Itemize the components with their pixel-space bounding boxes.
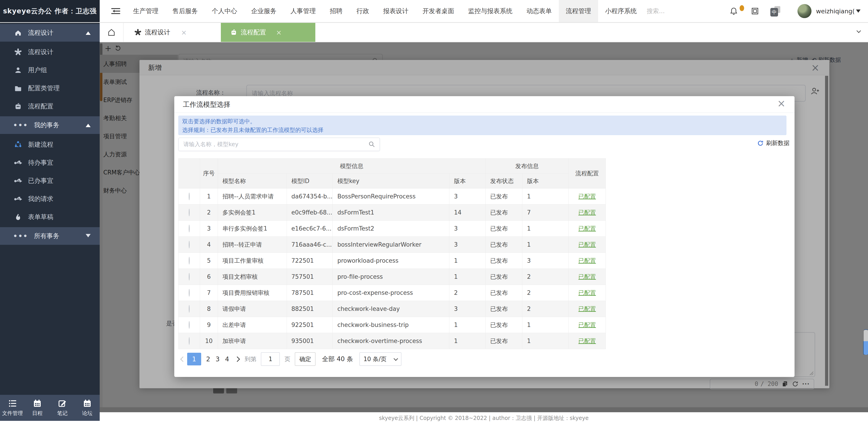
sidebar-item-done[interactable]: 已办事宜: [0, 172, 100, 190]
row-radio[interactable]: [189, 225, 190, 232]
table-row[interactable]: 7 项目费用报销审核 787501 pro-cost-expense-proce…: [179, 285, 606, 301]
table-row[interactable]: 10 加班申请 935001 checkwork-overtime-proces…: [179, 333, 606, 349]
tab-process-config[interactable]: 流程配置 ×: [221, 23, 315, 42]
row-radio[interactable]: [189, 289, 190, 296]
global-search-input[interactable]: 搜索...: [647, 0, 665, 22]
dock-item-forum[interactable]: 论坛: [75, 399, 100, 417]
configured-link[interactable]: 已配置: [578, 225, 596, 232]
row-radio[interactable]: [189, 241, 190, 248]
page-3[interactable]: 3: [216, 356, 220, 363]
goto-page-input[interactable]: [261, 352, 280, 366]
page-1[interactable]: 1: [187, 353, 201, 365]
close-tab-icon[interactable]: ×: [181, 29, 187, 36]
model-search-input[interactable]: [179, 138, 365, 150]
nav-item-admin[interactable]: 行政: [349, 0, 376, 22]
configured-link[interactable]: 已配置: [578, 209, 596, 216]
table-row[interactable]: 5 项目工作量审核 722501 proworkload-process 1 已…: [179, 253, 606, 269]
refresh-icon: [757, 140, 764, 147]
nav-item-hr[interactable]: 人事管理: [283, 0, 323, 22]
user-menu[interactable]: weizhiqiang(: [798, 0, 861, 22]
row-radio[interactable]: [189, 337, 190, 345]
row-radio[interactable]: [189, 257, 190, 264]
nav-item-recruit[interactable]: 招聘: [323, 0, 349, 22]
table-row[interactable]: 4 招聘--转正申请 716aaa46-c... bossInterviewRe…: [179, 237, 606, 253]
model-search-box[interactable]: [178, 138, 380, 151]
row-radio[interactable]: [189, 193, 190, 200]
table-row[interactable]: 9 出差申请 922501 checkwork-business-trip 1 …: [179, 317, 606, 333]
table-row[interactable]: 3 串行多实例会签1 e16ec6c7-6... dsFormTest2 3 已…: [179, 221, 606, 237]
dock-item-schedule[interactable]: 日程: [25, 399, 50, 417]
sidebar-section-all-affairs[interactable]: ••• 所有事务: [0, 227, 100, 245]
drop-icon: [14, 213, 22, 221]
nav-item-monitor[interactable]: 监控与报表系统: [461, 0, 520, 22]
cell-model-key: bossInterviewRegularWorker: [333, 237, 450, 253]
nav-item-personal[interactable]: 个人中心: [205, 0, 244, 22]
cell-seq: 2: [200, 204, 218, 221]
nav-item-process-mgmt[interactable]: 流程管理: [559, 0, 598, 22]
cell-model-id: 722501: [287, 253, 333, 269]
nav-item-dev-desktop[interactable]: 开发者桌面: [415, 0, 461, 22]
page-2[interactable]: 2: [206, 356, 210, 363]
cell-model-name: 加班申请: [218, 333, 287, 349]
nav-item-report-design[interactable]: 报表设计: [376, 0, 415, 22]
tab-process-design[interactable]: 流程设计 ×: [124, 23, 231, 42]
cell-version: 14: [450, 204, 486, 221]
app-logo: skyeye云办公 作者：卫志强: [0, 0, 100, 22]
sidebar-item-new-process[interactable]: 新建流程: [0, 136, 100, 153]
sidebar-item-form-drafts[interactable]: 表单草稿: [0, 208, 100, 226]
cell-version: 1: [450, 317, 486, 333]
sidebar-section-my-affairs[interactable]: ••• 我的事务: [0, 116, 100, 134]
search-icon[interactable]: [368, 141, 375, 147]
cell-model-id: 757501: [287, 269, 333, 285]
configured-link[interactable]: 已配置: [578, 257, 596, 264]
configured-link[interactable]: 已配置: [578, 321, 596, 328]
configured-link[interactable]: 已配置: [578, 193, 596, 200]
table-row[interactable]: 8 请假申请 882501 checkwork-leave-day 3 已发布 …: [179, 301, 606, 317]
close-icon[interactable]: ×: [777, 98, 785, 108]
table-row[interactable]: 2 多实例会签1 e0c9ffeb-68... dsFormTest1 14 已…: [179, 204, 606, 221]
configured-link[interactable]: 已配置: [578, 273, 596, 280]
row-radio[interactable]: [189, 321, 190, 329]
tab-home[interactable]: [100, 23, 124, 42]
refresh-data-button[interactable]: 刷新数据: [757, 139, 789, 147]
page-scrollbar-thumb[interactable]: [863, 329, 868, 356]
nav-item-enterprise[interactable]: 企业服务: [244, 0, 283, 22]
row-radio[interactable]: [189, 305, 190, 313]
nav-item-production[interactable]: 生产管理: [126, 0, 165, 22]
configured-link[interactable]: 已配置: [578, 289, 596, 296]
next-page-icon[interactable]: [235, 356, 240, 362]
confirm-button[interactable]: 确定: [295, 352, 315, 366]
dock-item-files[interactable]: 文件管理: [0, 399, 25, 417]
table-row[interactable]: 6 项目文档审核 757501 pro-file-process 1 已发布 2…: [179, 269, 606, 285]
sidebar-item-process-config[interactable]: 流程配置: [0, 97, 100, 115]
row-radio[interactable]: [189, 273, 190, 281]
nav-item-miniapp[interactable]: 小程序系统: [598, 0, 644, 22]
notifications-button[interactable]: [730, 0, 744, 22]
configured-link[interactable]: 已配置: [578, 241, 596, 248]
cell-publish-version: 2: [522, 269, 568, 285]
configured-link[interactable]: 已配置: [578, 338, 596, 344]
cell-model-name: 多实例会签1: [218, 204, 287, 221]
close-tab-icon[interactable]: ×: [276, 29, 282, 36]
sidebar-item-user-group[interactable]: 用户组: [0, 61, 100, 79]
nav-item-aftersales[interactable]: 售后服务: [165, 0, 205, 22]
sidebar-item-config-category[interactable]: 配置类管理: [0, 79, 100, 97]
dock-label: 笔记: [57, 410, 68, 417]
row-radio[interactable]: [189, 208, 190, 216]
configured-link[interactable]: 已配置: [578, 306, 596, 312]
sidebar-item-todo[interactable]: 待办事宜: [0, 153, 100, 172]
cell-publish-status: 已发布: [486, 253, 522, 269]
screenshot-button[interactable]: [751, 0, 759, 22]
tab-list-dropdown-icon[interactable]: [857, 29, 861, 33]
page-4[interactable]: 4: [225, 356, 229, 363]
dock-item-notes[interactable]: 笔记: [50, 399, 75, 417]
sidebar-item-my-requests[interactable]: 我的请求: [0, 190, 100, 208]
collapse-menu-icon[interactable]: [111, 8, 120, 15]
language-button[interactable]: 中: [770, 0, 780, 22]
sidebar-item-process-design[interactable]: 流程设计: [0, 43, 100, 61]
prev-page-icon[interactable]: [180, 356, 186, 362]
table-row[interactable]: 1 招聘--人员需求申请 da674354-b... BossPersonReq…: [179, 189, 606, 204]
sidebar-section-process-design[interactable]: 流程设计: [0, 24, 100, 41]
page-size-select[interactable]: 10 条/页: [360, 352, 401, 366]
nav-item-dynamic-form[interactable]: 动态表单: [520, 0, 559, 22]
